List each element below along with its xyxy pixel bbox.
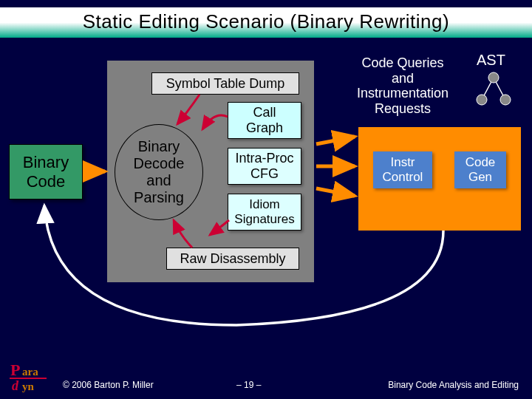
call-graph-box: CallGraph bbox=[228, 102, 301, 139]
code-queries-label: Code QueriesandInstrumentationRequests bbox=[347, 55, 458, 117]
svg-point-3 bbox=[477, 95, 487, 105]
svg-point-2 bbox=[488, 72, 499, 83]
intra-proc-cfg-box: Intra-ProcCFG bbox=[228, 148, 301, 185]
svg-line-6 bbox=[316, 137, 355, 144]
binary-decode-parsing-box: BinaryDecodeandParsing bbox=[115, 124, 203, 220]
svg-text:ara: ara bbox=[22, 366, 38, 378]
paradyn-logo: P ara d yn bbox=[6, 361, 59, 395]
svg-line-8 bbox=[316, 188, 355, 196]
slide-title: Static Editing Scenario (Binary Rewritin… bbox=[0, 7, 532, 38]
symbol-table-dump-box: Symbol Table Dump bbox=[151, 72, 299, 95]
page-number: – 19 – bbox=[236, 380, 261, 390]
idiom-signatures-box: IdiomSignatures bbox=[228, 194, 301, 231]
copyright-text: © 2006 Barton P. Miller bbox=[63, 380, 154, 390]
instr-control-box: InstrControl bbox=[373, 151, 432, 188]
svg-text:P: P bbox=[10, 361, 20, 379]
svg-point-4 bbox=[500, 95, 511, 105]
code-gen-box: CodeGen bbox=[454, 151, 506, 188]
raw-disassembly-box: Raw Disassembly bbox=[166, 248, 299, 270]
ast-tree-icon bbox=[471, 70, 516, 115]
ast-label: AST bbox=[477, 52, 505, 69]
footer-right-text: Binary Code Analysis and Editing bbox=[388, 380, 519, 390]
binary-code-box: BinaryCode bbox=[9, 144, 83, 200]
svg-text:yn: yn bbox=[22, 381, 35, 392]
svg-text:d: d bbox=[12, 378, 19, 393]
